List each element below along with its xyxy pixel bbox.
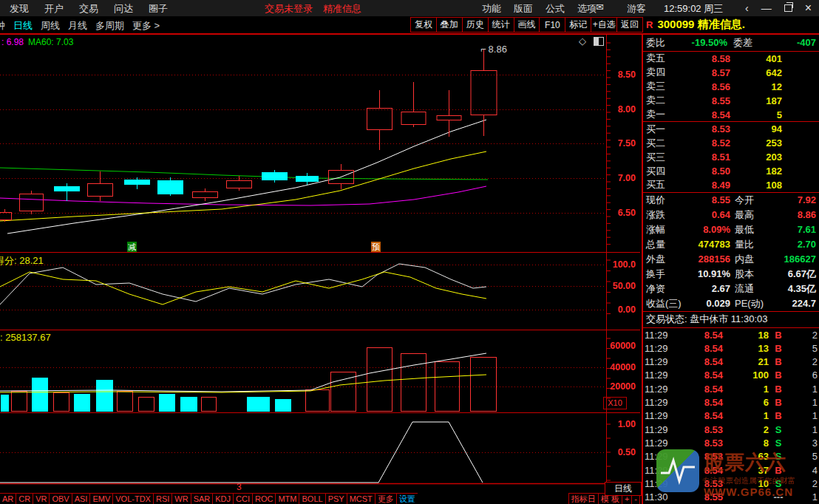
toolbar-button[interactable]: 复权: [410, 17, 437, 33]
indicator-tab[interactable]: RSI: [153, 493, 172, 504]
toolbar-button[interactable]: +自选: [591, 17, 617, 33]
detail-label: 内盘: [735, 253, 769, 266]
period-item[interactable]: 周线: [41, 19, 60, 33]
axis-label: 8.50: [618, 69, 636, 80]
toolbar-button[interactable]: 画线: [514, 17, 540, 33]
menu-item[interactable]: 问达: [114, 2, 133, 16]
detail-label: 现价: [646, 194, 689, 207]
buy-row: 买五8.49108: [643, 178, 819, 192]
detail-row: 现价8.55今开7.92: [643, 193, 819, 208]
restore-icon[interactable]: [784, 4, 792, 12]
candle-body: [471, 71, 497, 115]
tick-side: B: [769, 343, 788, 354]
volume-indicator-label: : 258137.67: [0, 332, 51, 343]
indicator-window-button[interactable]: 指标日: [568, 493, 599, 504]
detail-label: 换手: [646, 268, 689, 281]
indicator-tab[interactable]: PSY: [325, 493, 347, 504]
toolbar-button[interactable]: 标记: [565, 17, 591, 33]
indicator-tab[interactable]: ASI: [72, 493, 91, 504]
menu-item[interactable]: 发现: [10, 2, 29, 16]
minimize-icon[interactable]: —: [761, 2, 772, 14]
tick-count: 1: [788, 384, 818, 395]
tick-quantity: 21: [723, 356, 769, 367]
trading-app-window: 发现开户交易问达圈子 交易未登录精准信息 功能版面公式选项 ✉ 游客 12:59…: [0, 0, 819, 504]
weibi-label: 委比: [646, 36, 682, 50]
level-label: 卖二: [646, 94, 684, 107]
indicator-tab[interactable]: VOL-TDX: [112, 493, 154, 504]
indicator-tab[interactable]: MTM: [275, 493, 299, 504]
period-item[interactable]: 钟: [0, 19, 5, 33]
axis-label: 50.00: [613, 281, 636, 291]
candle-body: [296, 177, 319, 182]
indicator-tab[interactable]: KDJ: [212, 493, 234, 504]
ma-green: [0, 168, 488, 180]
toolbar-button[interactable]: 叠加: [436, 17, 463, 33]
indicator-tab[interactable]: ROC: [252, 493, 276, 504]
tick-quantity: 2: [723, 424, 769, 435]
detail-row: 收益(三)0.029PE(动)224.7: [643, 296, 819, 311]
indicator-tab[interactable]: OBV: [49, 493, 72, 504]
signal-trapezoid: [0, 422, 483, 483]
period-badge[interactable]: 日线: [605, 482, 642, 496]
tick-time: 11:29: [645, 465, 677, 476]
close-icon[interactable]: ×: [805, 1, 812, 15]
mail-icon[interactable]: ✉: [596, 1, 604, 13]
clock-label: 12:59:02 周三: [664, 2, 723, 16]
tick-time: 11:29: [645, 397, 677, 408]
detail-row: 涨跌0.64最高8.86: [643, 208, 819, 222]
level-price: 8.52: [684, 137, 730, 149]
tick-count: 5: [788, 343, 818, 354]
tick-side: S: [769, 437, 788, 449]
diamond-icon[interactable]: ◇: [579, 35, 586, 47]
toolbar-button[interactable]: 历史: [462, 17, 489, 33]
detail-label: PE(动): [735, 297, 769, 310]
indicator-tab-bar: ARCRVROBVASIEMVVOL-TDXRSIWRSARKDJCCIROCM…: [0, 493, 640, 504]
menu-item[interactable]: 选项: [577, 2, 597, 16]
toolbar-button[interactable]: 统计: [488, 17, 514, 33]
tick-price: 8.55: [677, 491, 723, 503]
alert-link[interactable]: 交易未登录: [265, 2, 313, 16]
candle-body: [367, 109, 392, 130]
weicha-label: 委差: [733, 36, 766, 50]
collapse-icon[interactable]: ‹: [745, 2, 749, 14]
indicator-tab[interactable]: 设置: [396, 493, 418, 504]
menu-item[interactable]: 版面: [514, 2, 533, 16]
toolbar-button[interactable]: 返回: [616, 17, 643, 33]
period-item[interactable]: 多周期: [95, 19, 124, 33]
detail-label: 量比: [735, 238, 769, 251]
sell-queue: 卖五8.58401卖四8.57642卖三8.5612卖二8.55187卖一8.5…: [643, 52, 819, 122]
indicator-tab[interactable]: AR: [0, 493, 16, 504]
detail-label: 涨跌: [646, 208, 689, 222]
indicator-tab[interactable]: EMV: [89, 493, 113, 504]
tick-price: 8.53: [677, 424, 723, 435]
indicator-tab[interactable]: CCI: [233, 493, 253, 504]
panel-layout-icon[interactable]: [594, 37, 604, 46]
menu-item[interactable]: 公式: [546, 2, 565, 16]
indicator-tab[interactable]: CR: [16, 493, 33, 504]
user-label[interactable]: 游客: [627, 2, 646, 16]
period-item[interactable]: 日线: [13, 19, 33, 33]
menu-item[interactable]: 功能: [482, 2, 501, 16]
axis-label: 60000: [610, 341, 636, 351]
indicator-tab[interactable]: 更多: [375, 493, 397, 504]
indicator-tab[interactable]: SAR: [191, 493, 214, 504]
level-label: 买三: [646, 151, 684, 164]
detail-value: 288156: [689, 253, 730, 265]
sell-row: 卖四8.57642: [643, 66, 819, 80]
indicator-tab[interactable]: MCST: [347, 493, 375, 504]
indicator-tab[interactable]: WR: [171, 493, 191, 504]
tick-side: S: [769, 451, 788, 462]
menu-item[interactable]: 开户: [44, 2, 64, 16]
period-item[interactable]: 更多 >: [132, 19, 160, 33]
toolbar-button[interactable]: F10: [539, 17, 565, 33]
level-price: 8.53: [684, 123, 730, 134]
alert-link[interactable]: 精准信息: [323, 2, 361, 16]
detail-label: 总量: [646, 238, 689, 251]
menu-item[interactable]: 交易: [79, 2, 98, 16]
tick-quantity: 18: [723, 330, 769, 341]
window-controls: ‹ — ×: [745, 1, 812, 15]
menu-item[interactable]: 圈子: [149, 2, 168, 16]
indicator-tab[interactable]: BOLL: [299, 493, 325, 504]
period-item[interactable]: 月线: [68, 19, 87, 33]
indicator-tab[interactable]: VR: [33, 493, 50, 504]
